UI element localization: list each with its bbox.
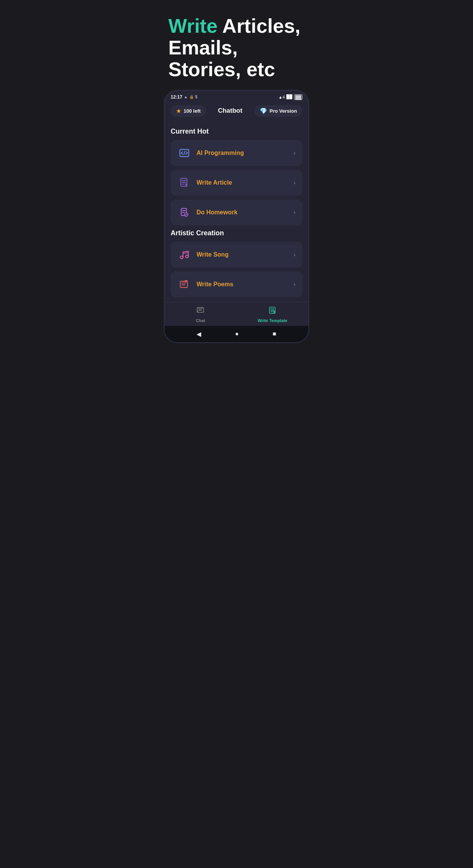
menu-item-write-article[interactable]: Write Article ›: [171, 170, 302, 196]
do-homework-arrow: ›: [294, 209, 296, 216]
section-current-hot: Current Hot AI Programming ›: [171, 128, 302, 225]
nav-title: Chatbot: [218, 107, 242, 115]
section-hot-title: Current Hot: [171, 128, 302, 136]
menu-item-ai-programming[interactable]: AI Programming ›: [171, 140, 302, 166]
nav-item-chat[interactable]: Chat: [165, 306, 237, 323]
section-artistic-title: Artistic Creation: [171, 229, 302, 237]
svg-rect-7: [197, 307, 203, 312]
home-button[interactable]: ●: [235, 330, 239, 337]
recent-button[interactable]: ■: [273, 330, 276, 337]
top-nav: ★ 100 left Chatbot 💎 Pro Version: [165, 102, 308, 121]
signal-icon: ▉▉: [286, 94, 292, 99]
write-article-icon: [177, 176, 191, 190]
write-song-icon: [177, 248, 191, 262]
credits-text: 100 left: [184, 108, 201, 114]
write-poems-icon: [177, 278, 191, 291]
back-button[interactable]: ◀: [197, 330, 201, 338]
credits-badge[interactable]: ★ 100 left: [171, 105, 206, 117]
section-artistic-creation: Artistic Creation Write Song ›: [171, 229, 302, 297]
do-homework-label: Do Homework: [197, 209, 294, 216]
write-poems-arrow: ›: [294, 281, 296, 288]
bottom-nav: Chat Write Template: [165, 302, 308, 326]
status-bar: 12:17 ▲ 🔒 $ ▲4 ▉▉ ▓▓: [165, 91, 308, 102]
wifi-icon: ▲4: [278, 95, 285, 99]
svg-point-5: [186, 255, 189, 258]
diamond-icon: 💎: [260, 107, 267, 115]
write-song-arrow: ›: [294, 251, 296, 258]
ai-programming-arrow: ›: [294, 150, 296, 156]
write-article-arrow: ›: [294, 179, 296, 186]
write-poems-label: Write Poems: [197, 281, 294, 288]
do-homework-icon: [177, 206, 191, 219]
menu-item-write-song[interactable]: Write Song ›: [171, 242, 302, 268]
write-template-nav-label: Write Template: [258, 318, 288, 323]
nav-item-write-template[interactable]: Write Template: [237, 306, 308, 323]
chat-nav-label: Chat: [196, 318, 205, 323]
menu-item-do-homework[interactable]: Do Homework ›: [171, 199, 302, 225]
write-song-label: Write Song: [197, 251, 294, 258]
content-area: Current Hot AI Programming ›: [165, 121, 308, 297]
hero-title: Write Articles,Emails, Stories, etc: [168, 15, 305, 81]
star-icon: ★: [176, 107, 181, 115]
pro-badge[interactable]: 💎 Pro Version: [254, 105, 302, 117]
status-time: 12:17 ▲ 🔒 $: [171, 94, 197, 100]
pro-text: Pro Version: [270, 108, 297, 114]
android-nav: ◀ ● ■: [165, 326, 308, 342]
hero-highlight: Write: [168, 15, 217, 37]
status-icons: ▲4 ▉▉ ▓▓: [278, 94, 302, 100]
write-article-label: Write Article: [197, 179, 294, 186]
ai-programming-icon: [177, 146, 191, 160]
menu-item-write-poems[interactable]: Write Poems ›: [171, 271, 302, 297]
phone-frame: 12:17 ▲ 🔒 $ ▲4 ▉▉ ▓▓ ★ 100 left Chatbot …: [164, 90, 309, 343]
chat-icon: [197, 306, 205, 317]
svg-point-4: [181, 256, 183, 258]
hero-section: Write Articles,Emails, Stories, etc: [158, 0, 315, 90]
ai-programming-label: AI Programming: [197, 150, 294, 156]
battery-icon: ▓▓: [294, 94, 302, 100]
write-template-icon: [268, 306, 277, 317]
